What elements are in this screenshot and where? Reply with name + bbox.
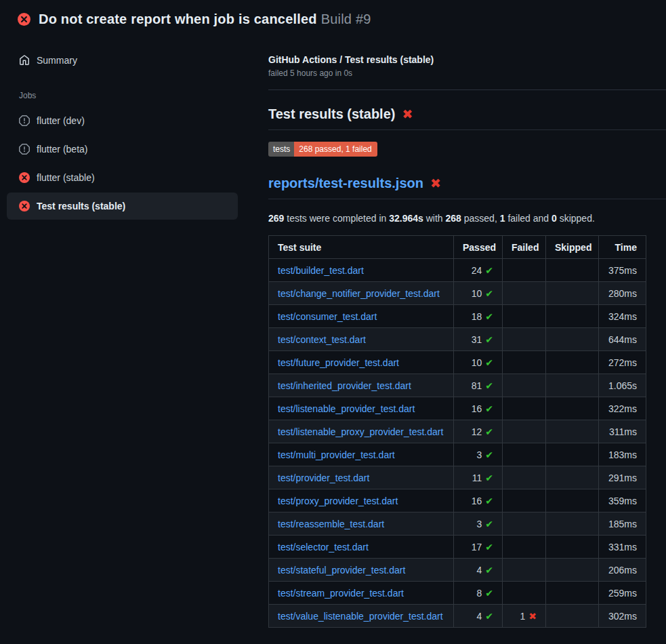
time-cell: 644ms (599, 328, 646, 351)
summary-text: with (423, 213, 446, 224)
suite-link[interactable]: test/stateful_provider_test.dart (278, 565, 405, 576)
job-label: flutter (dev) (37, 115, 85, 126)
x-circle-fill-icon (19, 201, 30, 212)
passed-cell: 8✔ (454, 582, 503, 605)
suite-link[interactable]: test/value_listenable_provider_test.dart (278, 611, 443, 622)
check-icon: ✔ (485, 519, 493, 529)
table-row: test/listenable_proxy_provider_test.dart… (269, 420, 646, 443)
failed-cell (503, 420, 546, 443)
table-row: test/value_listenable_provider_test.dart… (269, 605, 646, 628)
suite-link[interactable]: test/future_provider_test.dart (278, 357, 399, 368)
skipped-cell (546, 559, 599, 582)
check-icon: ✔ (485, 588, 493, 599)
failed-cell (503, 282, 546, 305)
stop-icon (19, 115, 30, 126)
passed-cell: 3✔ (454, 512, 503, 536)
suite-link[interactable]: test/stream_provider_test.dart (278, 588, 404, 599)
time-cell: 359ms (599, 489, 646, 512)
suite-cell: test/listenable_provider_test.dart (269, 397, 454, 420)
page-title: Do not create report when job is cancell… (39, 12, 317, 26)
passed-count: 16 (472, 496, 482, 506)
table-row: test/selector_test.dart17✔331ms (269, 536, 646, 559)
results-table-head: Test suitePassedFailedSkippedTime (269, 236, 646, 259)
skipped-cell (546, 512, 599, 536)
passed-total: 268 (446, 213, 461, 224)
suite-link[interactable]: test/listenable_proxy_provider_test.dart (278, 426, 443, 437)
failed-cell (503, 466, 546, 489)
skipped-cell (546, 351, 599, 374)
time-cell: 375ms (599, 259, 646, 282)
suite-link[interactable]: test/selector_test.dart (278, 542, 369, 552)
passed-count: 8 (476, 588, 482, 599)
suite-cell: test/proxy_provider_test.dart (269, 489, 454, 512)
passed-cell: 10✔ (454, 282, 503, 305)
suite-link[interactable]: test/change_notifier_provider_test.dart (278, 288, 440, 299)
time-cell: 322ms (599, 397, 646, 420)
summary-text: passed, (461, 213, 500, 224)
time-cell: 311ms (599, 420, 646, 443)
check-icon: ✔ (485, 380, 493, 391)
time-cell: 324ms (599, 305, 646, 328)
suite-link[interactable]: test/builder_test.dart (278, 265, 364, 276)
main-content: GitHub Actions / Test results (stable) f… (257, 35, 666, 628)
duration: 32.964s (389, 213, 423, 224)
suite-cell: test/inherited_provider_test.dart (269, 374, 454, 397)
skipped-cell (546, 443, 599, 466)
report-link[interactable]: reports/test-results.json (268, 176, 423, 191)
sidebar-item-job-2[interactable]: flutter (stable) (7, 164, 238, 191)
report-title-row: reports/test-results.json ✖ (268, 176, 666, 199)
time-cell: 331ms (599, 536, 646, 559)
cross-mark-icon: ✖ (430, 177, 441, 190)
failed-cell (503, 536, 546, 559)
sidebar-item-summary[interactable]: Summary (7, 47, 238, 73)
table-row: test/listenable_provider_test.dart16✔322… (269, 397, 646, 420)
suite-link[interactable]: test/listenable_provider_test.dart (278, 403, 415, 414)
suite-cell: test/future_provider_test.dart (269, 351, 454, 374)
passed-count: 18 (472, 311, 482, 322)
x-circle-fill-icon (18, 13, 30, 26)
failed-cell: 1✖ (503, 605, 546, 628)
check-icon: ✔ (485, 426, 493, 437)
skipped-cell (546, 282, 599, 305)
x-icon: ✖ (528, 611, 537, 622)
passed-cell: 17✔ (454, 536, 503, 559)
check-icon: ✔ (485, 265, 493, 276)
x-circle-fill-icon (19, 172, 30, 183)
column-header: Failed (503, 236, 546, 259)
suite-link[interactable]: test/context_test.dart (278, 334, 366, 345)
check-icon: ✔ (485, 288, 493, 299)
passed-count: 11 (472, 472, 482, 483)
suite-link[interactable]: test/inherited_provider_test.dart (278, 380, 411, 391)
skipped-cell (546, 397, 599, 420)
skipped-cell (546, 259, 599, 282)
section-title-row: Test results (stable) ✖ (268, 106, 666, 130)
skipped-cell (546, 328, 599, 351)
summary-text: failed and (505, 213, 552, 224)
passed-cell: 81✔ (454, 374, 503, 397)
sidebar-item-job-3[interactable]: Test results (stable) (7, 193, 238, 220)
passed-cell: 12✔ (454, 420, 503, 443)
table-row: test/future_provider_test.dart10✔272ms (269, 351, 646, 374)
cross-mark-icon: ✖ (402, 108, 413, 121)
skipped-cell (546, 374, 599, 397)
failed-cell (503, 489, 546, 512)
stop-icon (19, 144, 30, 155)
passed-count: 17 (472, 542, 482, 552)
home-icon (19, 55, 30, 66)
section-title: Test results (stable) (268, 106, 395, 122)
suite-link[interactable]: test/consumer_test.dart (278, 311, 377, 322)
check-icon: ✔ (485, 357, 493, 368)
sidebar-item-job-1[interactable]: flutter (beta) (7, 136, 238, 163)
check-header: GitHub Actions / Test results (stable) f… (268, 54, 666, 78)
table-row: test/builder_test.dart24✔375ms (269, 259, 646, 282)
passed-count: 4 (476, 611, 482, 622)
sidebar-item-job-0[interactable]: flutter (dev) (7, 107, 238, 134)
table-row: test/stateful_provider_test.dart4✔206ms (269, 559, 646, 582)
check-status-text: failed 5 hours ago in 0s (268, 68, 666, 78)
suite-link[interactable]: test/provider_test.dart (278, 472, 369, 483)
passed-cell: 11✔ (454, 466, 503, 489)
check-icon: ✔ (485, 496, 493, 506)
suite-link[interactable]: test/reassemble_test.dart (278, 519, 384, 529)
suite-link[interactable]: test/multi_provider_test.dart (278, 449, 395, 460)
suite-link[interactable]: test/proxy_provider_test.dart (278, 496, 398, 506)
